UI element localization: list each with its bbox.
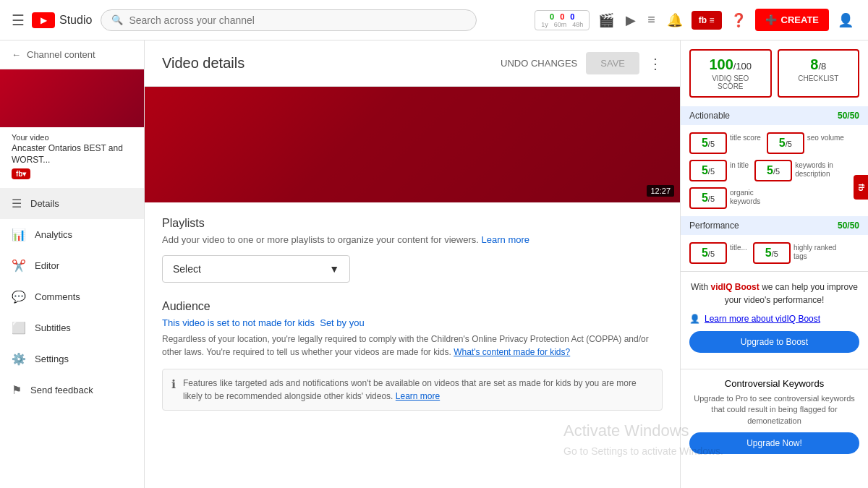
stat-green: 0 [550,12,554,21]
vidiq-badge[interactable]: fb▾ [12,168,30,179]
header-right: 0 0 0 1y 60m 48h 🎬 ▶ ≡ 🔔 fb ≡ ❓ ➕ CREATE… [535,9,856,31]
sidebar-item-comments[interactable]: 💬 Comments [0,281,144,312]
audience-not-for-kids: This video is set to not made for kids [162,317,315,328]
performance-metrics: 5/5 title... 5/5 highly ranked tags [681,235,868,271]
video-title: Ancaster Ontarios BEST and WORST... [12,143,132,166]
audience-subtitle: This video is set to not made for kids S… [162,317,663,328]
sidebar-item-settings[interactable]: ⚙️ Settings [0,343,144,374]
feedback-label: Send feedback [30,385,93,395]
sidebar-item-editor[interactable]: ✂️ Editor [0,250,144,281]
actionable-metrics: 5/5 title score 5/5 seo volume 5/5 in ti… [681,125,868,216]
notice-text: Features like targeted ads and notificat… [183,377,653,403]
main-content: Video details UNDO CHANGES SAVE ⋮ 12:27 … [145,40,680,488]
hamburger-menu[interactable]: ☰ [12,12,25,29]
undo-button[interactable]: UNDO CHANGES [501,58,577,69]
video-thumb-overlay [145,87,680,202]
analytics-label: Analytics [35,229,72,240]
metric-title-score: 5/5 title score [689,132,761,154]
performance-score: 50/50 [838,221,859,231]
chevron-down-icon: ▼ [329,263,339,275]
seo-score: 100/100 [699,56,762,73]
seo-score-box: 100/100 VIDIQ SEO SCORE [689,49,772,98]
playlists-title: Playlists [162,217,663,230]
select-label: Select [173,263,201,275]
playlists-desc: Add your video to one or more playlists … [162,234,663,245]
boost-text: With vidIQ Boost we can help you improve… [689,281,859,307]
sidebar-video-info: Your video Ancaster Ontarios BEST and WO… [0,127,144,185]
vidiq-panel: 100/100 VIDIQ SEO SCORE 8/8 CHECKLIST Ac… [680,40,868,488]
stat-red: 0 [560,12,564,21]
settings-icon: ⚙️ [12,352,26,366]
set-by-label: Set by you [320,317,364,328]
kids-content-link[interactable]: What's content made for kids? [454,347,570,357]
controversial-section: Controversial Keywords Upgrade to Pro to… [681,369,868,463]
notice-box: ℹ Features like targeted ads and notific… [162,369,663,411]
editor-icon: ✂️ [12,259,26,273]
stat-label-48h: 48h [572,21,583,28]
icon-btn-2[interactable]: ▶ [623,9,639,31]
page-title: Video details [162,55,244,72]
icon-btn-1[interactable]: 🎬 [595,9,617,31]
youtube-icon [32,12,55,28]
search-input[interactable] [129,14,466,26]
stats-box: 0 0 0 1y 60m 48h [535,10,590,30]
playlists-learn-more[interactable]: Learn more [482,234,529,245]
create-button[interactable]: ➕ CREATE [755,9,829,31]
playlist-select[interactable]: Select ▼ [162,255,350,283]
sidebar-item-subtitles[interactable]: ⬜ Subtitles [0,312,144,343]
search-icon: 🔍 [111,14,123,25]
sidebar-item-feedback[interactable]: ⚑ Send feedback [0,374,144,406]
sidebar-nav: ☰ Details 📊 Analytics ✂️ Editor 💬 Commen… [0,188,144,406]
metric-keywords-desc: 5/5 keywords in description [754,160,846,181]
notice-info-icon: ℹ [171,377,176,403]
controversial-desc: Upgrade to Pro to see controversial keyw… [689,393,859,427]
avatar-btn[interactable]: 👤 [835,9,856,31]
boost-learn-link[interactable]: Learn more about vidIQ Boost [705,314,820,324]
save-button[interactable]: SAVE [586,52,639,74]
details-icon: ☰ [12,197,22,210]
audience-title: Audience [162,300,663,313]
performance-header: Performance 50/50 [681,216,868,235]
notifications-btn[interactable]: 🔔 [664,9,686,31]
stat-blue: 0 [570,12,574,21]
thumb-overlay [0,69,144,127]
search-bar[interactable]: 🔍 [101,9,477,31]
header-left: ☰ Studio [12,12,92,29]
sidebar: ← Channel content Your video Ancaster On… [0,40,145,488]
actionable-score: 50/50 [838,111,859,121]
metric-ranked-tags: 5/5 highly ranked tags [753,242,844,264]
details-content: Playlists Add your video to one or more … [145,202,680,425]
vidiq-header-button[interactable]: fb ≡ [692,11,722,30]
video-duration: 12:27 [647,185,674,197]
audience-section: Audience This video is set to not made f… [162,300,663,411]
main-actions: UNDO CHANGES SAVE ⋮ [501,52,663,74]
back-to-channel[interactable]: ← Channel content [0,40,144,69]
comments-label: Comments [35,291,80,302]
audience-desc-text: Regardless of your location, you're lega… [162,334,649,357]
notice-learn-more[interactable]: Learn more [396,391,440,401]
sidebar-item-analytics[interactable]: 📊 Analytics [0,219,144,250]
help-btn[interactable]: ❓ [728,9,749,31]
vidiq-right-tab[interactable]: fb [854,175,868,200]
back-label: Channel content [27,49,95,60]
icon-btn-3[interactable]: ≡ [644,9,658,30]
comments-icon: 💬 [12,290,26,304]
sidebar-item-details[interactable]: ☰ Details [0,188,144,219]
video-thumbnail: 12:27 [145,87,680,202]
sidebar-video-thumb [0,69,144,127]
yt-studio-logo: Studio [32,12,92,28]
feedback-icon: ⚑ [12,383,22,397]
checklist-score: 8/8 [788,56,850,73]
subtitles-icon: ⬜ [12,321,26,335]
upgrade-boost-button[interactable]: Upgrade to Boost [689,331,859,353]
more-options-button[interactable]: ⋮ [648,55,663,72]
upgrade-now-button[interactable]: Upgrade Now! [689,432,859,454]
stat-label-1y: 1y [541,21,548,28]
your-video-label: Your video [12,133,132,142]
seo-label: VIDIQ SEO SCORE [699,74,762,90]
details-label: Details [30,198,59,209]
top-header: ☰ Studio 🔍 0 0 0 1y 60m 48h 🎬 ▶ ≡ 🔔 fb ≡… [0,0,868,40]
audience-description: Regardless of your location, you're lega… [162,333,663,359]
boost-learn-icon: 👤 [689,314,700,324]
create-label: CREATE [781,14,819,25]
